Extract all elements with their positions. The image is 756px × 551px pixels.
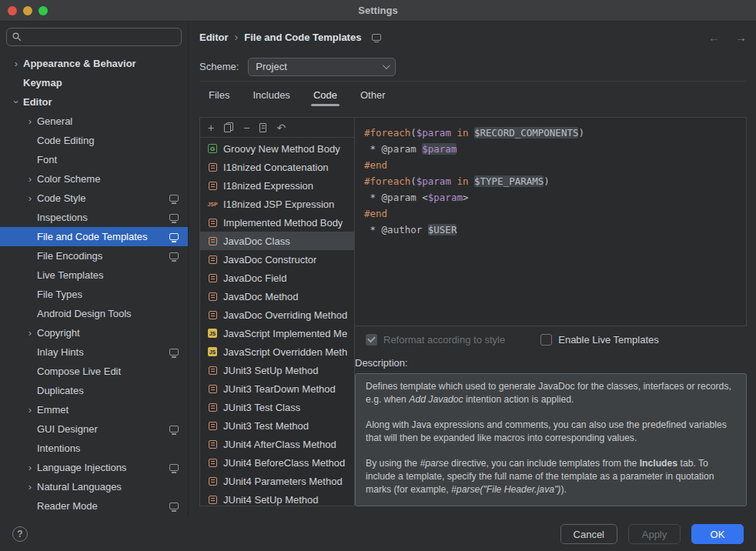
sidebar-item-code-editing[interactable]: Code Editing <box>0 131 188 150</box>
back-icon[interactable]: ← <box>708 31 720 44</box>
template-item-junit4-afterclass-method[interactable]: JUnit4 AfterClass Method <box>200 435 354 453</box>
minimize-window-button[interactable] <box>23 6 32 15</box>
template-item-label: JUnit4 BeforeClass Method <box>223 457 345 469</box>
chevron-right-icon[interactable]: › <box>23 116 37 126</box>
dialog-footer: ? Cancel Apply OK <box>0 517 756 551</box>
live-templates-option[interactable]: Enable Live Templates <box>540 334 659 346</box>
sidebar-item-inspections[interactable]: Inspections <box>0 208 188 227</box>
template-item-junit4-setup-method[interactable]: JUnit4 SetUp Method <box>200 490 354 506</box>
chevron-right-icon[interactable]: › <box>9 58 23 68</box>
add-template-icon[interactable]: + <box>208 122 214 133</box>
template-item-junit4-beforeclass-method[interactable]: JUnit4 BeforeClass Method <box>200 453 354 472</box>
sidebar-item-color-scheme[interactable]: › Color Scheme <box>0 169 188 189</box>
template-item-javascript-overridden-method[interactable]: JS JavaScript Overridden Method <box>200 342 354 361</box>
sidebar-item-gui-designer[interactable]: GUI Designer <box>0 419 188 439</box>
chevron-right-icon[interactable]: › <box>23 405 37 415</box>
reset-template-icon[interactable]: ↶ <box>276 122 286 133</box>
copy-template-icon[interactable] <box>224 122 233 132</box>
sidebar-item-emmet[interactable]: › Emmet <box>0 400 188 419</box>
sidebar-item-duplicates[interactable]: Duplicates <box>0 381 188 400</box>
sidebar-item-natural-languages[interactable]: › Natural Languages <box>0 477 188 496</box>
sidebar-item-copyright[interactable]: › Copyright <box>0 323 188 342</box>
sidebar-item-general[interactable]: › General <box>0 112 188 131</box>
template-item-junit3-teardown-method[interactable]: JUnit3 TearDown Method <box>200 379 354 398</box>
help-button[interactable]: ? <box>12 526 28 542</box>
template-item-label: Implemented Method Body <box>223 217 343 229</box>
breadcrumb: Editor › File and Code Templates ← → <box>199 22 747 52</box>
template-item-javascript-implemented-method[interactable]: JS JavaScript Implemented Method <box>200 324 354 342</box>
chevron-right-icon[interactable]: › <box>23 328 37 338</box>
breadcrumb-separator-icon: › <box>235 31 239 43</box>
sidebar-item-file-types[interactable]: File Types <box>0 285 188 304</box>
template-item-implemented-method-body[interactable]: Implemented Method Body <box>200 213 354 232</box>
sidebar-item-font[interactable]: Font <box>0 150 188 169</box>
chevron-right-icon[interactable]: › <box>23 463 37 473</box>
sidebar-item-file-encodings[interactable]: File Encodings <box>0 246 188 265</box>
template-icon <box>209 255 217 264</box>
enable-live-templates-checkbox[interactable] <box>540 334 552 346</box>
monitor-icon <box>169 349 179 356</box>
template-item-groovy-new-method-body[interactable]: G Groovy New Method Body <box>200 139 354 158</box>
sidebar-item-reader-mode[interactable]: Reader Mode <box>0 496 188 516</box>
scheme-select[interactable]: Project <box>248 58 396 76</box>
sidebar-item-code-style[interactable]: › Code Style <box>0 189 188 208</box>
template-item-junit3-test-class[interactable]: JUnit3 Test Class <box>200 398 354 416</box>
zoom-window-button[interactable] <box>38 6 48 15</box>
template-item-label: JavaScript Implemented Method <box>223 328 347 339</box>
sidebar-item-file-and-code-templates[interactable]: File and Code Templates <box>0 227 188 246</box>
chevron-down-icon[interactable]: › <box>12 95 22 109</box>
sidebar-item-keymap[interactable]: Keymap <box>0 73 188 92</box>
template-item-javadoc-overriding-method[interactable]: JavaDoc Overriding Method <box>200 306 354 324</box>
template-item-label: JUnit3 SetUp Method <box>223 365 319 376</box>
sidebar-item-live-templates[interactable]: Live Templates <box>0 265 188 285</box>
cancel-button[interactable]: Cancel <box>560 524 617 544</box>
search-icon <box>12 32 22 42</box>
chevron-right-icon[interactable]: › <box>23 174 37 184</box>
forward-icon[interactable]: → <box>735 31 747 44</box>
sidebar-item-appearance-behavior[interactable]: › Appearance & Behavior <box>0 54 188 73</box>
template-item-label: JUnit3 Test Class <box>223 402 300 413</box>
history-nav: ← → <box>708 31 747 44</box>
sidebar-item-language-injections[interactable]: › Language Injections <box>0 458 188 477</box>
template-icon <box>209 366 217 375</box>
close-window-button[interactable] <box>8 6 17 15</box>
template-item-i18nized-expression[interactable]: I18nized Expression <box>200 176 354 195</box>
reformat-option[interactable]: Reformat according to style <box>366 334 505 346</box>
sidebar-item-inlay-hints[interactable]: Inlay Hints <box>0 342 188 362</box>
template-editor[interactable]: #foreach($param in $RECORD_COMPONENTS) *… <box>355 117 747 326</box>
reformat-checkbox[interactable] <box>366 334 377 346</box>
template-item-junit3-test-method[interactable]: JUnit3 Test Method <box>200 416 354 435</box>
titlebar: Settings <box>0 0 756 22</box>
tab-code[interactable]: Code <box>313 89 337 108</box>
sidebar-item-intentions[interactable]: Intentions <box>0 439 188 458</box>
sidebar-item-label: Color Scheme <box>37 173 179 185</box>
sidebar-item-editor[interactable]: › Editor <box>0 92 188 112</box>
template-item-junit4-parameters-method[interactable]: JUnit4 Parameters Method <box>200 472 354 490</box>
template-item-i18nized-jsp-expression[interactable]: JSP I18nized JSP Expression <box>200 195 354 213</box>
template-item-i18nized-concatenation[interactable]: I18nized Concatenation <box>200 158 354 176</box>
sidebar-item-label: Language Injections <box>37 462 165 473</box>
scheme-row: Scheme: Project <box>199 52 747 82</box>
template-item-junit3-setup-method[interactable]: JUnit3 SetUp Method <box>200 361 354 379</box>
ok-button[interactable]: OK <box>691 524 744 544</box>
tab-files[interactable]: Files <box>209 89 229 108</box>
remove-template-icon[interactable]: − <box>243 122 249 133</box>
template-item-javadoc-class[interactable]: JavaDoc Class <box>200 232 354 250</box>
chevron-right-icon[interactable]: › <box>23 482 37 492</box>
breadcrumb-editor[interactable]: Editor <box>199 32 229 43</box>
duplicate-template-icon[interactable] <box>259 123 266 132</box>
sidebar-item-android-design-tools[interactable]: Android Design Tools <box>0 304 188 323</box>
template-item-javadoc-method[interactable]: JavaDoc Method <box>200 287 354 306</box>
sidebar-item-label: File and Code Templates <box>37 231 165 242</box>
apply-button[interactable]: Apply <box>628 524 681 544</box>
monitor-icon <box>169 503 179 509</box>
template-item-javadoc-field[interactable]: JavaDoc Field <box>200 269 354 287</box>
sidebar-item-compose-live-edit[interactable]: Compose Live Edit <box>0 362 188 381</box>
chevron-right-icon[interactable]: › <box>23 193 37 203</box>
template-icon <box>209 422 217 430</box>
tab-includes[interactable]: Includes <box>253 89 289 108</box>
settings-search-input[interactable] <box>6 28 182 46</box>
tab-other[interactable]: Other <box>360 89 386 108</box>
template-item-javadoc-constructor[interactable]: JavaDoc Constructor <box>200 250 354 269</box>
template-item-label: JUnit3 Test Method <box>223 420 309 432</box>
